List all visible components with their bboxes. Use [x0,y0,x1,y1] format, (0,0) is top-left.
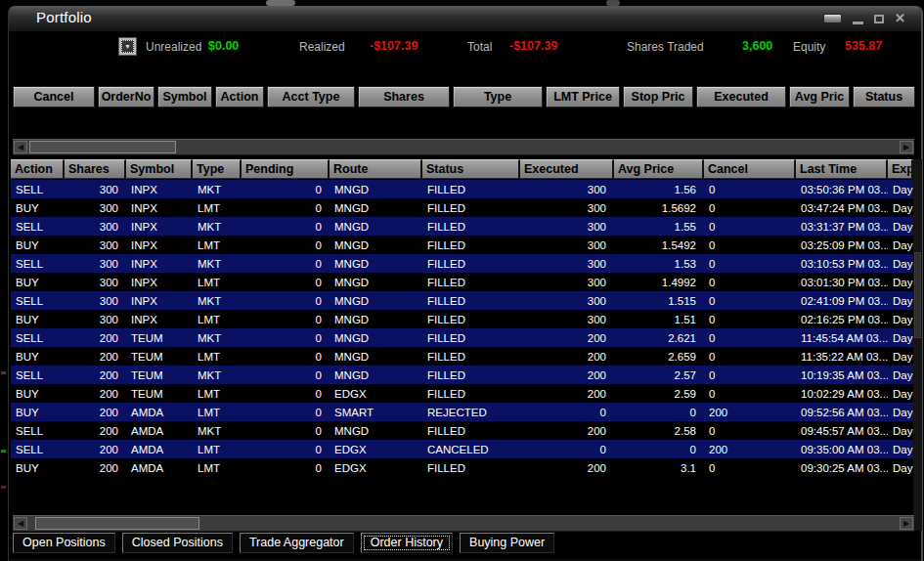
tab-closed-positions[interactable]: Closed Positions [122,533,233,553]
open-orders-header-action[interactable]: Action [215,86,264,108]
cell-status: FILLED [422,239,520,251]
open-orders-header-symbol[interactable]: Symbol [157,86,212,108]
cell-symbol: INPX [126,221,193,233]
order-history-header-avg-price[interactable]: Avg Price [614,159,704,179]
order-history-header-last-time[interactable]: Last Time [796,159,888,179]
scroll-right-icon[interactable]: ▶ [900,141,913,153]
open-orders-header-orderno[interactable]: OrderNo [98,86,154,108]
order-row[interactable]: SELL200TEUMMKT0MNGDFILLED2002.57010:19:3… [11,366,913,384]
order-history-header-action[interactable]: Action [11,159,65,179]
cell-executed: 300 [520,221,614,233]
cell-executed: 300 [520,314,614,325]
cell-shares: 200 [65,388,126,400]
open-orders-header-avg-pric[interactable]: Avg Pric [789,86,850,108]
cell-cancel: 0 [704,277,796,288]
close-icon[interactable]: ✕ [895,12,905,25]
minimize-icon[interactable] [853,22,863,24]
cell-pending: 0 [242,202,330,214]
order-row[interactable]: SELL300INPXMKT0MNGDFILLED3001.55003:31:3… [11,217,913,236]
cell-avg-price: 1.53 [614,258,704,270]
open-orders-hscrollbar[interactable]: ◀ ▶ [13,139,914,155]
cell-executed: 200 [520,425,614,437]
bottom-tab-bar: Open PositionsClosed PositionsTrade Aggr… [13,533,554,556]
cell-pending: 0 [242,184,330,195]
tab-order-history[interactable]: Order History [361,533,453,553]
order-history-vscrollbar[interactable] [913,159,922,531]
order-row[interactable]: BUY200AMDALMT0SMARTREJECTED0020009:52:56… [11,403,913,421]
cell-pending: 0 [242,258,330,270]
order-row[interactable]: SELL300INPXMKT0MNGDFILLED3001.56003:50:3… [11,180,913,198]
order-history-header-symbol[interactable]: Symbol [126,159,193,179]
order-history-header-shares[interactable]: Shares [65,159,126,179]
order-row[interactable]: BUY300INPXLMT0MNGDFILLED3001.5692003:47:… [11,198,913,217]
cell-symbol: INPX [126,239,193,251]
order-history-hscrollbar[interactable]: ◀ ▶ [13,515,914,532]
cell-status: FILLED [422,369,520,381]
open-orders-header-executed[interactable]: Executed [696,86,786,108]
open-orders-header-status[interactable]: Status [853,86,915,108]
cell-shares: 300 [65,184,126,195]
cell-executed: 300 [520,239,614,251]
scrollbar-thumb[interactable] [914,252,921,338]
cell-expire: Day [888,239,913,251]
unrealized-value: $0.00 [208,39,239,53]
cell-avg-price: 2.57 [614,369,704,381]
order-row[interactable]: SELL300INPXMKT0MNGDFILLED3001.515002:41:… [11,291,913,310]
cell-last-time: 02:16:25 PM 03... [796,314,888,325]
order-history-header-cancel[interactable]: Cancel [704,159,796,179]
tab-trade-aggregator[interactable]: Trade Aggregator [240,533,354,553]
scrollbar-thumb[interactable] [35,517,199,530]
order-row[interactable]: SELL200TEUMMKT0MNGDFILLED2002.621011:45:… [11,328,913,347]
cell-expire: Day [888,221,913,233]
scroll-left-icon[interactable]: ◀ [14,517,27,530]
order-row[interactable]: SELL300INPXMKT0MNGDFILLED3001.53003:10:5… [11,254,913,273]
order-history-table: SELL300INPXMKT0MNGDFILLED3001.56003:50:3… [11,180,913,477]
cell-cancel: 0 [704,462,796,474]
cell-expire: Day [888,425,913,437]
cell-last-time: 09:30:25 AM 03... [796,462,888,474]
open-orders-header-type[interactable]: Type [453,86,543,108]
scroll-right-icon[interactable]: ▶ [900,517,913,530]
title-bar[interactable]: Portfolio ✕ [9,6,921,31]
realized-label: Realized [299,40,345,54]
order-history-header-expire[interactable]: Expire [888,159,913,179]
open-orders-header-lmt-price[interactable]: LMT Price [546,86,620,108]
cell-type: LMT [193,444,242,455]
order-row[interactable]: SELL200AMDAMKT0MNGDFILLED2002.58009:45:5… [11,421,913,440]
cell-cancel: 0 [704,388,796,400]
cell-route: MNGD [330,295,422,307]
open-orders-header-acct-type[interactable]: Acct Type [267,86,355,108]
maximize-icon[interactable] [874,15,884,23]
order-history-header-type[interactable]: Type [193,159,242,179]
cell-action: BUY [11,202,65,214]
cell-action: SELL [11,444,65,455]
cell-avg-price: 1.5692 [614,202,704,214]
shade-button[interactable] [823,14,842,23]
order-row[interactable]: BUY300INPXLMT0MNGDFILLED3001.51002:16:25… [11,310,913,328]
cell-symbol: INPX [126,184,193,195]
order-row[interactable]: BUY300INPXLMT0MNGDFILLED3001.5492003:25:… [11,236,913,254]
account-dropdown[interactable]: ▼ [118,37,137,56]
cell-type: LMT [193,351,242,363]
order-history-header-executed[interactable]: Executed [520,159,614,179]
cell-last-time: 11:45:54 AM 03... [796,332,888,344]
order-history-header-pending[interactable]: Pending [242,159,330,179]
equity-value: 535.87 [845,39,882,53]
open-orders-header-shares[interactable]: Shares [358,86,450,108]
open-orders-header-cancel[interactable]: Cancel [13,86,95,108]
order-history-header-status[interactable]: Status [422,159,520,179]
unrealized-label: Unrealized [146,40,201,54]
open-orders-header-stop-pric[interactable]: Stop Pric [623,86,693,108]
order-row[interactable]: BUY200TEUMLMT0EDGXFILLED2002.59010:02:29… [11,384,913,403]
scrollbar-thumb[interactable] [29,141,176,153]
tab-buying-power[interactable]: Buying Power [460,533,554,553]
order-history-header-route[interactable]: Route [330,159,422,179]
order-row[interactable]: SELL200AMDALMT0EDGXCANCELED0020009:35:00… [11,440,913,458]
scroll-left-icon[interactable]: ◀ [14,141,27,153]
order-row[interactable]: BUY200TEUMLMT0MNGDFILLED2002.659011:35:2… [11,347,913,366]
cell-avg-price: 1.51 [614,314,704,325]
order-row[interactable]: BUY300INPXLMT0MNGDFILLED3001.4992003:01:… [11,273,913,291]
order-row[interactable]: BUY200AMDALMT0EDGXFILLED2003.1009:30:25 … [11,458,913,477]
cell-route: MNGD [330,332,422,344]
tab-open-positions[interactable]: Open Positions [13,533,115,553]
